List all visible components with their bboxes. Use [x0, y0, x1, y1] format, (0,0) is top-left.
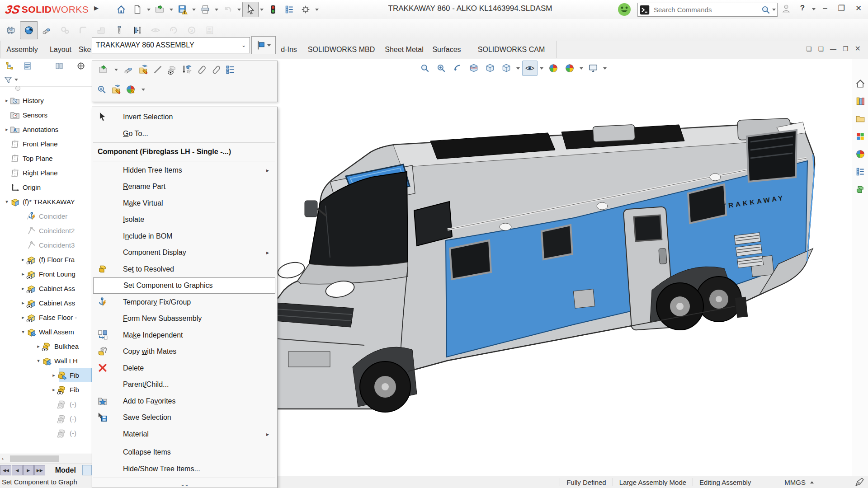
close-button[interactable]: ✕: [851, 4, 866, 13]
menu-item-add-to-favorites[interactable]: Add to Favorites: [93, 393, 275, 409]
nav-last-icon[interactable]: ▶▶: [34, 465, 45, 475]
publish-3d-pdf-button[interactable]: 3DPDF: [201, 21, 219, 39]
expand-arrow-icon[interactable]: ▸: [20, 300, 26, 306]
doc-pane-icon[interactable]: ❏: [806, 45, 812, 52]
open-in-context-icon[interactable]: [99, 65, 108, 75]
hide-component-icon[interactable]: [153, 65, 163, 75]
menu-item-set-component-to-graphics[interactable]: Set Component to Graphics: [93, 277, 275, 294]
search-commands-box[interactable]: [637, 3, 778, 17]
tree-horizontal-scrollbar[interactable]: ‹: [0, 454, 92, 464]
tree-item-coincider[interactable]: Coincider: [0, 209, 92, 223]
nav-first-icon[interactable]: ◀◀: [0, 465, 11, 475]
restore-button[interactable]: ❐: [834, 4, 849, 13]
apply-scene-dropdown-icon[interactable]: [580, 67, 583, 70]
menu-item-set-to-resolved[interactable]: Set to Resolved: [93, 261, 275, 277]
nav-next-icon[interactable]: ▶: [23, 465, 34, 475]
view-orientation-button[interactable]: [499, 61, 514, 76]
tree-item-wall-assem[interactable]: ▾Wall Assem: [0, 324, 92, 339]
open-dropdown-icon[interactable]: [114, 69, 118, 71]
menu-item-hide-show-tree-items[interactable]: Hide/Show Tree Items...: [93, 461, 275, 477]
tree-item-origin[interactable]: Origin: [0, 180, 92, 194]
tree-item-coincident3[interactable]: Coincident3: [0, 238, 92, 252]
expand-arrow-icon[interactable]: ▸: [35, 343, 42, 349]
undo-dropdown-icon[interactable]: [237, 9, 241, 11]
save-dropdown-icon[interactable]: [192, 9, 196, 11]
home-button[interactable]: [113, 2, 129, 17]
menu-item-parent-child[interactable]: Parent/Child...: [93, 376, 275, 393]
tree-item-f-trakkaway[interactable]: ▾(f)* TRAKKAWAY: [0, 194, 92, 209]
gear-mate-button[interactable]: [56, 21, 74, 39]
menu-item-material[interactable]: Material▸: [93, 426, 275, 442]
menu-item-hidden-tree-items[interactable]: Hidden Tree Items▸: [93, 162, 275, 178]
logo-collapse-icon[interactable]: ▶: [94, 5, 99, 11]
motorhome-3d-model[interactable]: TRAKKAWAY: [258, 113, 823, 429]
minimize-button[interactable]: –: [817, 4, 833, 13]
tree-item-history[interactable]: ▸History: [0, 93, 92, 108]
print-dropdown-icon[interactable]: [215, 9, 218, 11]
tree-display-icon[interactable]: [225, 65, 235, 75]
tab-solidworks-mbd[interactable]: SOLIDWORKS MBD: [301, 41, 382, 58]
attach-icon[interactable]: [196, 65, 206, 75]
tab-surfaces[interactable]: Surfaces: [427, 41, 467, 58]
selection-filter-toggle-button[interactable]: [265, 2, 281, 17]
menu-item-go-to[interactable]: Go To...: [93, 126, 275, 142]
menu-item-include-in-bom[interactable]: Include in BOM: [93, 228, 275, 244]
tree-item-annotations[interactable]: ▸AAnnotations: [0, 122, 92, 136]
view-palette-tab[interactable]: [854, 131, 866, 142]
doc-restore-icon[interactable]: ❐: [843, 45, 849, 52]
scrollbar-thumb[interactable]: [10, 455, 59, 462]
tree-item-bulkhea[interactable]: ▸Bulkhea: [0, 339, 92, 353]
model-tab[interactable]: Model: [55, 466, 76, 474]
insert-components-button[interactable]: [20, 21, 38, 39]
views-tab-partial[interactable]: [82, 465, 92, 475]
new-document-button[interactable]: [129, 2, 146, 17]
menu-item-temporary-fix-group[interactable]: Temporary Fix/Group: [93, 294, 275, 310]
zoom-to-area-button[interactable]: [434, 61, 449, 76]
tree-item-right-plane[interactable]: Right Plane: [0, 165, 92, 180]
options-button[interactable]: [297, 2, 314, 17]
undo-button[interactable]: [220, 2, 236, 17]
view-settings-button[interactable]: [585, 61, 601, 76]
insert-below-icon[interactable]: [182, 65, 192, 75]
tree-item-wall-lh[interactable]: ▾Wall LH: [0, 353, 92, 368]
hide-show-items-button[interactable]: [522, 61, 538, 76]
zoom-to-fit-button[interactable]: [417, 61, 433, 76]
tree-item-fib[interactable]: ▸Fib: [0, 368, 92, 382]
appearances-scenes-tab[interactable]: [854, 148, 866, 160]
help-button[interactable]: ?: [797, 4, 808, 13]
menu-item-save-selection[interactable]: Save Selection: [93, 409, 275, 426]
doc-pane2-icon[interactable]: ❏: [818, 45, 824, 52]
open-dropdown-icon[interactable]: [170, 9, 173, 11]
feedback-smiley-icon[interactable]: [618, 3, 631, 16]
doc-minimize-icon[interactable]: —: [830, 45, 836, 52]
tree-item-[interactable]: (-): [0, 411, 92, 426]
help-dropdown-icon[interactable]: [812, 8, 816, 10]
tree-item-top-plane[interactable]: Top Plane: [0, 151, 92, 165]
scroll-left-icon[interactable]: ‹: [2, 455, 4, 462]
custom-properties-tab[interactable]: [854, 166, 866, 178]
zoom-to-selection-icon[interactable]: [97, 84, 107, 94]
file-explorer-tab[interactable]: [854, 113, 866, 125]
view-orientation-dropdown-icon[interactable]: [516, 67, 520, 70]
doc-close-icon[interactable]: ✕: [855, 44, 861, 53]
tree-item-[interactable]: (-): [0, 426, 92, 440]
search-dropdown-icon[interactable]: [772, 9, 776, 11]
expand-arrow-icon[interactable]: ▸: [4, 127, 10, 132]
menu-item-make-independent[interactable]: Make Independent: [93, 327, 275, 343]
search-icon[interactable]: [761, 5, 771, 15]
collapse-arrow-icon[interactable]: ▾: [4, 199, 10, 205]
tab-solidworks-cam[interactable]: SOLIDWORKS CAM: [467, 41, 557, 58]
expand-arrow-icon[interactable]: ▸: [51, 387, 57, 393]
preview-dropdown-icon[interactable]: [267, 44, 271, 47]
nav-prev-icon[interactable]: ◀: [12, 465, 23, 475]
display-style-button[interactable]: [482, 61, 498, 76]
select-button[interactable]: [242, 2, 259, 17]
tree-item-cabinet-ass[interactable]: ▸Cabinet Ass: [0, 296, 92, 310]
display-pane-button[interactable]: [281, 2, 297, 17]
assembly-selector-combo[interactable]: TRAKKAWAY 860 ASSEMBLY ⌄: [92, 37, 250, 53]
assembly-visualization-button[interactable]: [146, 21, 165, 39]
units-selector[interactable]: MMGS: [784, 479, 814, 486]
search-input[interactable]: [650, 5, 761, 14]
tree-item-coincident2[interactable]: Coincident2: [0, 223, 92, 238]
menu-item-rename-part[interactable]: Rename Part: [93, 178, 275, 195]
